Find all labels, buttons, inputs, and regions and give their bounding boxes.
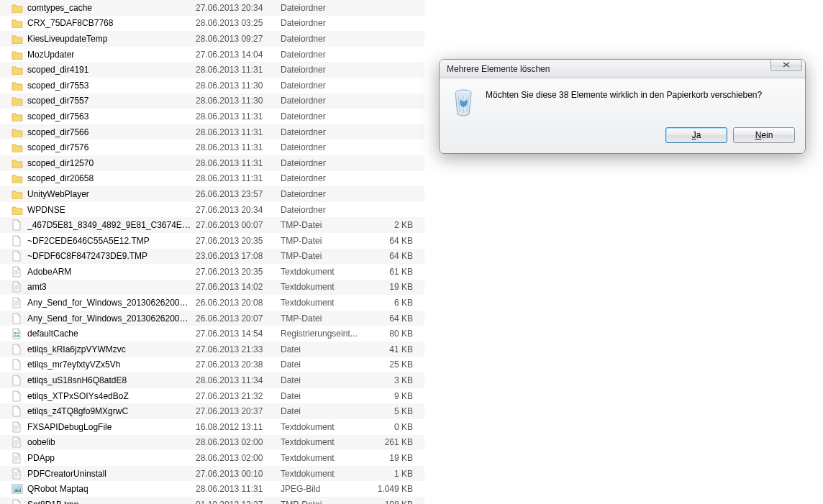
file-name: scoped_dir20658 (27, 173, 196, 183)
file-size: 2 KB (373, 220, 416, 230)
file-size: 5 KB (373, 406, 416, 416)
file-row[interactable]: Set8D1B.tmp01.10.2012 13:27TMP-Datei108 … (0, 497, 424, 504)
file-name: etilqs_uS18snH6Q8atdE8 (27, 375, 196, 385)
recycle-bin-icon (451, 88, 476, 117)
delete-confirm-dialog: Mehrere Elemente löschen Möchten Sie die… (439, 59, 806, 154)
text-icon (12, 266, 27, 278)
file-row[interactable]: scoped_dir1257028.06.2013 11:31Dateiordn… (0, 155, 424, 171)
file-row[interactable]: scoped_dir756328.06.2013 11:31Dateiordne… (0, 109, 424, 124)
file-row[interactable]: ~DF2CEDE646C55A5E12.TMP27.06.2013 20:35T… (0, 233, 424, 249)
file-icon (12, 219, 27, 231)
file-name: scoped_dir4191 (27, 65, 196, 75)
file-type: Textdokument (281, 453, 373, 463)
file-size: 1 KB (373, 469, 416, 479)
file-date: 27.06.2013 00:10 (196, 469, 281, 479)
no-button[interactable]: Nein (733, 127, 795, 143)
file-row[interactable]: etilqs_uS18snH6Q8atdE828.06.2013 11:34Da… (0, 372, 424, 388)
file-row[interactable]: scoped_dir755728.06.2013 11:30Dateiordne… (0, 93, 424, 109)
file-date: 28.06.2013 03:25 (196, 18, 281, 28)
file-date: 27.06.2013 00:07 (196, 220, 281, 230)
file-name: ~DFDF6C8F8472473DE9.TMP (27, 251, 196, 261)
file-name: scoped_dir12570 (27, 158, 196, 168)
file-name: Any_Send_for_Windows_20130626200738 (27, 298, 196, 308)
file-row[interactable]: WPDNSE27.06.2013 20:34Dateiordner (0, 202, 424, 218)
file-name: _467D5E81_8349_4892_9E81_C3674ED8E45... (27, 220, 196, 230)
file-row[interactable]: scoped_dir2065828.06.2013 11:31Dateiordn… (0, 171, 424, 187)
file-name: ~DF2CEDE646C55A5E12.TMP (27, 236, 196, 246)
file-row[interactable]: AdobeARM27.06.2013 20:35Textdokument61 K… (0, 264, 424, 280)
file-name: etilqs_kRIa6jzpVYWMzvc (27, 344, 196, 354)
file-type: TMP-Datei (281, 251, 373, 261)
file-name: etilqs_XTPxSOIYs4edBoZ (27, 391, 196, 401)
yes-button[interactable]: Ja (665, 127, 727, 143)
file-list[interactable]: comtypes_cache27.06.2013 20:34Dateiordne… (0, 0, 424, 504)
file-row[interactable]: comtypes_cache27.06.2013 20:34Dateiordne… (0, 0, 424, 16)
file-row[interactable]: scoped_dir755328.06.2013 11:30Dateiordne… (0, 78, 424, 93)
file-row[interactable]: KiesLiveupdateTemp28.06.2013 09:27Dateio… (0, 31, 424, 47)
file-name: defaultCache (27, 329, 196, 339)
file-name: amt3 (27, 282, 196, 292)
file-row[interactable]: etilqs_z4TQ8gfo9MXgrwC27.06.2013 20:37Da… (0, 403, 424, 419)
close-button[interactable] (770, 59, 802, 71)
reg-icon (12, 328, 27, 339)
file-row[interactable]: scoped_dir756628.06.2013 11:31Dateiordne… (0, 124, 424, 140)
dialog-titlebar[interactable]: Mehrere Elemente löschen (440, 60, 805, 78)
file-size: 64 KB (373, 236, 416, 246)
file-size: 1.049 KB (373, 484, 416, 494)
file-date: 27.06.2013 20:35 (196, 236, 281, 246)
file-size: 6 KB (373, 298, 416, 308)
file-date: 27.06.2013 20:37 (196, 406, 281, 416)
file-row[interactable]: PDApp28.06.2013 02:00Textdokument19 KB (0, 450, 424, 466)
file-name: Any_Send_for_Windows_20130626200738... (27, 313, 196, 324)
svg-rect-0 (14, 332, 17, 334)
jpeg-icon (12, 484, 27, 494)
text-icon (12, 281, 27, 293)
file-name: AdobeARM (27, 267, 196, 277)
file-size: 108 KB (373, 500, 416, 504)
file-row[interactable]: CRX_75DAF8CB776828.06.2013 03:25Dateiord… (0, 16, 424, 32)
text-icon (12, 436, 27, 448)
file-row[interactable]: oobelib28.06.2013 02:00Textdokument261 K… (0, 435, 424, 451)
file-name: scoped_dir7553 (27, 81, 196, 91)
file-row[interactable]: ~DFDF6C8F8472473DE9.TMP23.06.2013 17:08T… (0, 249, 424, 265)
folder-icon (12, 96, 27, 106)
file-row[interactable]: MozUpdater27.06.2013 14:04Dateiordner (0, 47, 424, 63)
file-date: 28.06.2013 02:00 (196, 453, 281, 463)
file-date: 28.06.2013 02:00 (196, 437, 281, 447)
file-date: 26.06.2013 23:57 (196, 189, 281, 199)
file-type: Dateiordner (281, 65, 373, 75)
folder-icon (12, 111, 27, 122)
file-date: 26.06.2013 20:07 (196, 313, 281, 324)
folder-icon (12, 81, 27, 91)
file-date: 28.06.2013 09:27 (196, 34, 281, 44)
folder-icon (12, 3, 27, 13)
file-row[interactable]: Any_Send_for_Windows_20130626200738...26… (0, 311, 424, 326)
file-row[interactable]: scoped_dir757628.06.2013 11:31Dateiordne… (0, 139, 424, 155)
file-date: 26.06.2013 20:08 (196, 298, 281, 308)
file-size: 41 KB (373, 344, 416, 354)
file-row[interactable]: QRobot Maptaq28.06.2013 11:31JPEG-Bild1.… (0, 481, 424, 497)
file-icon (12, 375, 27, 386)
file-row[interactable]: Any_Send_for_Windows_2013062620073826.06… (0, 295, 424, 311)
file-date: 27.06.2013 14:54 (196, 329, 281, 339)
svg-rect-2 (14, 335, 17, 337)
file-row[interactable]: defaultCache27.06.2013 14:54Registrierun… (0, 326, 424, 342)
file-size: 19 KB (373, 453, 416, 463)
text-icon (12, 452, 27, 464)
file-type: Dateiordner (281, 189, 373, 199)
file-row[interactable]: etilqs_mr7eyfxtyVZx5Vh27.06.2013 20:38Da… (0, 357, 424, 373)
file-type: TMP-Datei (281, 236, 373, 246)
file-row[interactable]: etilqs_XTPxSOIYs4edBoZ27.06.2013 21:32Da… (0, 388, 424, 404)
file-row[interactable]: _467D5E81_8349_4892_9E81_C3674ED8E45...2… (0, 217, 424, 233)
file-date: 01.10.2012 13:27 (196, 500, 281, 504)
file-name: scoped_dir7557 (27, 96, 196, 106)
file-row[interactable]: PDFCreatorUninstall27.06.2013 00:10Textd… (0, 466, 424, 482)
file-row[interactable]: FXSAPIDebugLogFile16.08.2012 13:11Textdo… (0, 419, 424, 435)
file-name: scoped_dir7563 (27, 111, 196, 122)
file-row[interactable]: scoped_dir419128.06.2013 11:31Dateiordne… (0, 62, 424, 78)
file-row[interactable]: UnityWebPlayer26.06.2013 23:57Dateiordne… (0, 186, 424, 202)
file-date: 27.06.2013 14:04 (196, 50, 281, 60)
file-name: QRobot Maptaq (27, 484, 196, 494)
file-row[interactable]: amt327.06.2013 14:02Textdokument19 KB (0, 280, 424, 295)
file-row[interactable]: etilqs_kRIa6jzpVYWMzvc27.06.2013 21:33Da… (0, 342, 424, 357)
